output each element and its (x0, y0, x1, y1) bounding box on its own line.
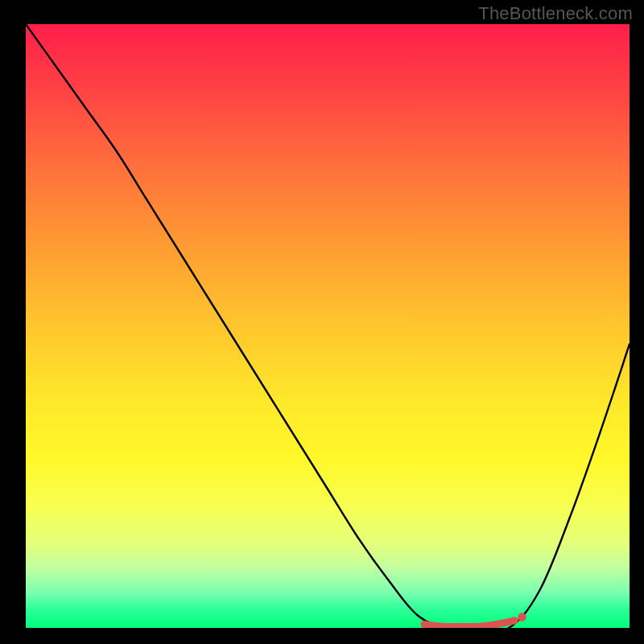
optimal-zone-underline (424, 621, 515, 627)
optimal-zone-markers (424, 613, 526, 626)
watermark-text: TheBottleneck.com (478, 3, 633, 24)
chart-root: TheBottleneck.com (0, 0, 644, 644)
plot-area (26, 24, 630, 628)
curve-layer (26, 24, 630, 628)
optimal-zone-end-dot (518, 613, 526, 621)
bottleneck-curve (26, 24, 630, 628)
